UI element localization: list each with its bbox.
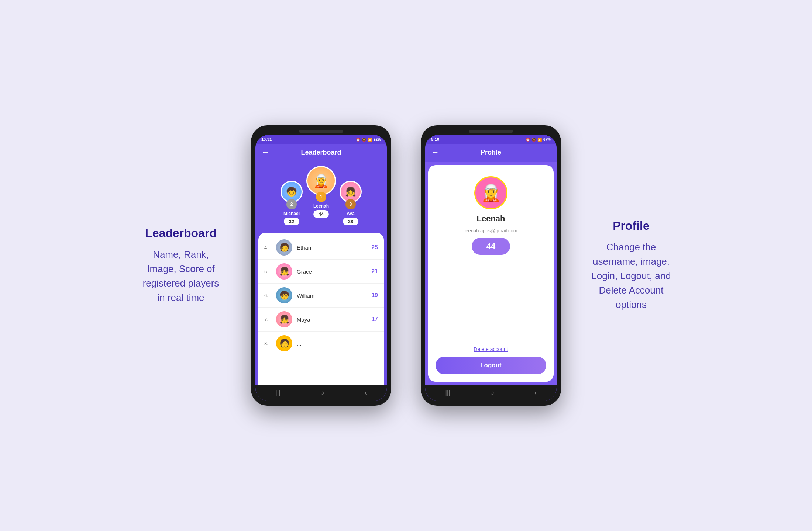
leenah-avatar-podium: 🧝 <box>306 166 336 195</box>
leaderboard-list: 4. 🧑 Ethan 25 5. 👧 Grace 21 6. 🧒 William… <box>258 233 384 385</box>
profile-status-time: 5:10 <box>431 137 439 142</box>
profile-status-bar: 5:10 ⏰ 🔕 📶 67% <box>425 135 557 144</box>
profile-nav-back-button[interactable]: ‹ <box>527 388 544 398</box>
ethan-name: Ethan <box>297 244 367 251</box>
status-icons: ⏰ 🔕 📶 92% <box>356 138 381 142</box>
phone-notch-right <box>469 130 513 133</box>
silver-medal: 2 <box>286 199 297 209</box>
profile-bottom-nav: ||| ○ ‹ <box>425 385 557 401</box>
wifi-icon: 📶 <box>368 138 372 142</box>
partial-avatar: 🧑 <box>276 335 292 351</box>
leaderboard-header: ← Leaderboard <box>255 144 387 162</box>
gold-medal: 1 <box>316 192 326 202</box>
profile-card: 🧝 Leenah leenah.apps@gmail.com 44 Delete… <box>428 165 554 382</box>
profile-avatar[interactable]: 🧝 <box>474 176 508 209</box>
mute-icon: 🔕 <box>362 138 366 142</box>
rank-7: 7. <box>264 317 272 322</box>
podium-second: 🧒 2 Michael 32 <box>281 181 303 225</box>
bronze-medal: 3 <box>345 199 356 209</box>
leaderboard-side-description: Name, Rank, Image, Score of registered p… <box>140 247 221 305</box>
list-item-partial: 8. 🧑 ... <box>258 332 384 355</box>
profile-side-title: Profile <box>591 219 672 233</box>
michael-score: 32 <box>284 218 299 225</box>
ava-score: 28 <box>343 218 358 225</box>
podium-third: 👧 3 Ava 28 <box>340 181 362 225</box>
nav-menu-button[interactable]: ||| <box>268 388 288 398</box>
leenah-name: Leenah <box>313 204 329 209</box>
maya-score: 17 <box>371 316 378 323</box>
list-item-ethan: 4. 🧑 Ethan 25 <box>258 236 384 260</box>
michael-name: Michael <box>283 211 300 216</box>
profile-header: ← Profile <box>425 144 557 162</box>
mute-icon-2: 🔕 <box>531 138 536 142</box>
delete-account-link[interactable]: Delete account <box>474 346 508 352</box>
leaderboard-back-button[interactable]: ← <box>261 148 269 157</box>
podium-first: 🧝 1 Leenah 44 <box>306 166 336 218</box>
leaderboard-screen: 10:31 ⏰ 🔕 📶 92% ← Leaderboard 🧒 2 <box>255 135 387 401</box>
william-avatar: 🧒 <box>276 287 292 303</box>
logout-button[interactable]: Logout <box>436 357 546 374</box>
nav-back-button[interactable]: ‹ <box>357 388 374 398</box>
list-item-maya: 7. 👧 Maya 17 <box>258 308 384 332</box>
profile-description-panel: Profile Change the username, image. Logi… <box>576 204 687 327</box>
leaderboard-description-panel: Leaderboard Name, Rank, Image, Score of … <box>125 212 236 320</box>
nav-home-button[interactable]: ○ <box>313 388 332 398</box>
profile-email: leenah.apps@gmail.com <box>464 228 517 233</box>
william-name: William <box>297 292 367 299</box>
phone-notch-left <box>299 130 343 133</box>
leenah-score: 44 <box>313 210 329 218</box>
partial-name: ... <box>297 340 378 347</box>
grace-score: 21 <box>371 268 378 275</box>
rank-5: 5. <box>264 269 272 274</box>
rank-8: 8. <box>264 341 272 346</box>
william-score: 19 <box>371 292 378 299</box>
wifi-icon-2: 📶 <box>537 138 542 142</box>
leaderboard-status-bar: 10:31 ⏰ 🔕 📶 92% <box>255 135 387 144</box>
alarm-icon-2: ⏰ <box>526 138 530 142</box>
list-item-william: 6. 🧒 William 19 <box>258 284 384 308</box>
rank-4: 4. <box>264 245 272 250</box>
profile-score: 44 <box>472 238 510 255</box>
maya-name: Maya <box>297 316 367 323</box>
grace-name: Grace <box>297 268 367 275</box>
battery-text: 92% <box>374 138 381 142</box>
grace-avatar: 👧 <box>276 263 292 280</box>
profile-side-description: Change the username, image. Login, Logou… <box>591 240 672 312</box>
leaderboard-side-title: Leaderboard <box>140 226 221 240</box>
maya-avatar: 👧 <box>276 311 292 327</box>
profile-back-button[interactable]: ← <box>431 148 439 157</box>
alarm-icon: ⏰ <box>356 138 360 142</box>
profile-nav-menu-button[interactable]: ||| <box>438 388 458 398</box>
profile-username: Leenah <box>476 214 505 223</box>
profile-nav-home-button[interactable]: ○ <box>483 388 502 398</box>
list-item-grace: 5. 👧 Grace 21 <box>258 260 384 284</box>
status-time: 10:31 <box>261 137 272 142</box>
profile-phone: 5:10 ⏰ 🔕 📶 67% ← Profile 🧝 Leenah lee <box>421 125 561 406</box>
ava-name: Ava <box>347 211 355 216</box>
battery-text-2: 67% <box>543 138 551 142</box>
ethan-score: 25 <box>371 244 378 251</box>
ethan-avatar: 🧑 <box>276 239 292 256</box>
leaderboard-podium: 🧒 2 Michael 32 🧝 1 Leenah 44 👧 3 Ava <box>255 162 387 233</box>
main-layout: Leaderboard Name, Rank, Image, Score of … <box>0 0 812 531</box>
profile-status-icons: ⏰ 🔕 📶 67% <box>526 138 551 142</box>
rank-6: 6. <box>264 293 272 298</box>
leaderboard-bottom-nav: ||| ○ ‹ <box>255 385 387 401</box>
profile-title: Profile <box>481 149 501 156</box>
leaderboard-title: Leaderboard <box>301 149 341 156</box>
leaderboard-phone: 10:31 ⏰ 🔕 📶 92% ← Leaderboard 🧒 2 <box>251 125 391 406</box>
profile-content-area: 🧝 Leenah leenah.apps@gmail.com 44 Delete… <box>425 162 557 385</box>
profile-screen: 5:10 ⏰ 🔕 📶 67% ← Profile 🧝 Leenah lee <box>425 135 557 401</box>
